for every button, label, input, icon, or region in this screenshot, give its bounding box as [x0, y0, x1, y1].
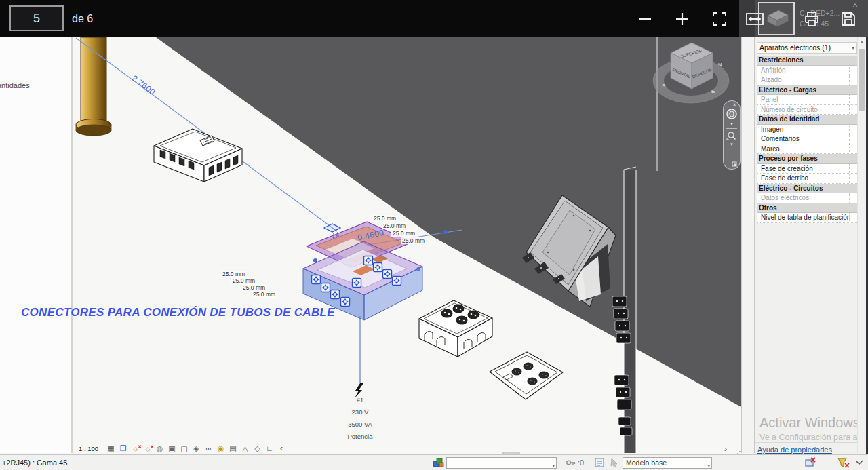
prop-row-marca[interactable]: Marca [757, 144, 857, 155]
reveal-hidden-elements-icon[interactable]: ◉ [216, 444, 226, 454]
dim-label-mm[interactable]: 25.0 mm [382, 222, 407, 229]
prop-row-fase-derribo[interactable]: Fase de derribo [757, 174, 857, 184]
steering-wheel-chevron-icon[interactable]: ▾ [730, 121, 733, 126]
status-bar: +2RJ45) : Gama 45 ▾ :0 Modelo base ▾ [0, 454, 868, 470]
page-count-label: de 6 [68, 0, 93, 37]
prop-row-numero-circuito[interactable]: Número de circuito [757, 105, 857, 115]
windows-activation-subtext: Ve a Configuración para ac [760, 433, 865, 442]
windows-activation-watermark: Activar Windows [760, 415, 860, 431]
pick-arrow-icon[interactable] [609, 457, 620, 468]
printer-icon [803, 10, 821, 28]
scrollbar-thumb[interactable] [859, 49, 865, 111]
properties-help-link[interactable]: Ayuda de propiedades [757, 446, 832, 454]
zoom-tool-icon[interactable] [726, 130, 737, 141]
locked-3d-view-icon[interactable]: ◈ [191, 444, 201, 454]
prop-section-electrico-circuitos: Eléctrico - Circuitos [757, 184, 857, 194]
page-number-input[interactable]: 5 [9, 5, 64, 31]
selection-status-text: +2RJ45) : Gama 45 [2, 455, 67, 470]
compass-n: N [718, 62, 722, 68]
print-button[interactable] [800, 7, 823, 31]
dim-label-mm[interactable]: 25.0 mm [221, 271, 246, 277]
crop-region-icon[interactable]: ▢ [179, 444, 189, 454]
prop-section-restricciones: Restricciones [757, 56, 857, 66]
active-workset-select[interactable]: ▾ [446, 457, 557, 469]
fit-width-button[interactable] [743, 7, 766, 31]
dim-label-mm[interactable]: 25.0 mm [372, 215, 397, 222]
analytical-model-icon[interactable]: △ [240, 444, 250, 454]
design-option-select[interactable]: Modelo base ▾ [623, 457, 712, 469]
editable-only-count: :0 [578, 455, 584, 470]
compass-s: S [662, 83, 666, 89]
conduit-pipe[interactable] [76, 37, 111, 136]
rendering-dialog-icon[interactable]: ◍ [155, 444, 165, 454]
status-expand-chevron-icon[interactable] [854, 458, 864, 467]
displacement-sets-icon[interactable]: ◇ [252, 444, 262, 454]
scroll-up-icon[interactable]: ▲ [858, 37, 866, 46]
prop-section-otros: Otros [757, 203, 857, 214]
prop-row-comentarios[interactable]: Comentarios [757, 134, 857, 144]
scroll-right-icon[interactable]: › [724, 444, 727, 454]
shadows-icon[interactable]: ☼ [142, 444, 153, 454]
power-tag-voltage[interactable]: 230 V [326, 408, 394, 416]
prop-row-nivel-tabla[interactable]: Nivel de tabla de planificación [757, 213, 857, 223]
reveal-constraints-icon[interactable]: ∟ [264, 444, 275, 454]
steering-wheel-icon[interactable] [725, 107, 738, 121]
navbar-options-icon[interactable] [732, 161, 737, 167]
prop-section-proceso-fases: Proceso por fases [757, 154, 857, 164]
view-control-bar: 1 : 100 ▦ ❒ ☼ ☼ ◍ ▣ ▢ ◈ ∞ ◉ ▤ △ ◇ ∟ ‹ [79, 442, 283, 454]
temporary-view-properties-icon[interactable]: ▤ [228, 444, 238, 454]
prop-row-fase-creacion[interactable]: Fase de creación [757, 164, 857, 174]
dim-label-mm[interactable]: 25.0 mm [391, 230, 416, 237]
model-view-canvas[interactable]: SUPERIOR FRONTAL DERECHA N E S [0, 37, 741, 453]
prop-row-imagen[interactable]: Imagen [757, 125, 857, 135]
prop-section-datos-identidad: Datos de identidad [757, 115, 857, 125]
fit-screen-button[interactable] [708, 7, 731, 31]
crop-view-icon[interactable]: ▣ [167, 444, 177, 454]
navbar-close-icon[interactable]: ✕ [732, 102, 736, 107]
properties-panel: Aparatos eléctricos (1) ▾ Restricciones … [755, 37, 866, 454]
fullscreen-icon [711, 11, 728, 27]
exclude-options-icon[interactable] [804, 456, 816, 469]
worksets-icon[interactable] [433, 457, 444, 469]
viewer-toolbar: 5 de 6 C...RED+2... [0, 0, 868, 37]
dim-label-mm[interactable]: 25.0 mm [401, 237, 426, 244]
prop-row-anfitrion[interactable]: Anfitrión [757, 66, 857, 76]
editable-only-key-icon[interactable] [566, 457, 576, 468]
properties-help-row: Ayuda de propiedades [755, 442, 866, 454]
dim-label-mm[interactable]: 25.0 mm [252, 291, 277, 298]
sun-path-icon[interactable]: ☼ [130, 444, 140, 454]
dim-label-mm[interactable]: 25.0 mm [241, 284, 267, 291]
canvas-scrollbar-strip[interactable] [741, 37, 755, 453]
collapse-chevron-icon[interactable]: ^ [853, 1, 857, 12]
power-tag-circuit[interactable]: #1 [326, 397, 394, 404]
navigation-bar[interactable]: ✕ ▾ ▾ [723, 100, 741, 170]
design-options-icon[interactable] [594, 457, 605, 468]
selection-filter-icon[interactable] [837, 456, 850, 469]
zoom-out-button[interactable] [633, 7, 656, 31]
chevron-down-icon: ▾ [552, 461, 555, 470]
minus-icon [637, 11, 653, 27]
power-tag-caption[interactable]: Potencia [326, 433, 394, 440]
prop-row-datos-electricos[interactable]: Datos eléctricos [757, 193, 857, 203]
category-selector[interactable]: Aparatos eléctricos (1) ▾ [757, 42, 857, 54]
temporary-hide-isolate-icon[interactable]: ∞ [203, 444, 214, 454]
application-window: SUPERIOR FRONTAL DERECHA N E S antidades… [0, 0, 868, 470]
zoom-in-button[interactable] [671, 7, 694, 31]
detail-level-icon[interactable]: ▦ [106, 444, 116, 454]
prop-row-panel[interactable]: Panel [757, 95, 857, 105]
dim-label-mm[interactable]: 25.0 mm [231, 277, 256, 284]
zoom-tool-chevron-icon[interactable]: ▾ [730, 142, 733, 146]
prop-row-alzado[interactable]: Alzado [757, 75, 857, 85]
scroll-left-icon[interactable]: ‹ [280, 444, 283, 453]
save-icon [840, 10, 857, 28]
visual-style-icon[interactable]: ❒ [118, 444, 128, 454]
prop-section-electrico-cargas: Eléctrico - Cargas [757, 85, 857, 96]
view-scale[interactable]: 1 : 100 [79, 445, 98, 452]
annotation-text[interactable]: CONECTORES PARA CONEXIÓN DE TUBOS DE CAB… [21, 306, 335, 319]
properties-scrollbar[interactable]: ▲ [857, 37, 866, 453]
compass-e: E [711, 88, 715, 94]
left-pane-background [0, 37, 71, 453]
power-tag-load[interactable]: 3500 VA [326, 420, 394, 428]
chevron-down-icon: ▾ [852, 43, 854, 53]
plus-icon [674, 11, 690, 27]
